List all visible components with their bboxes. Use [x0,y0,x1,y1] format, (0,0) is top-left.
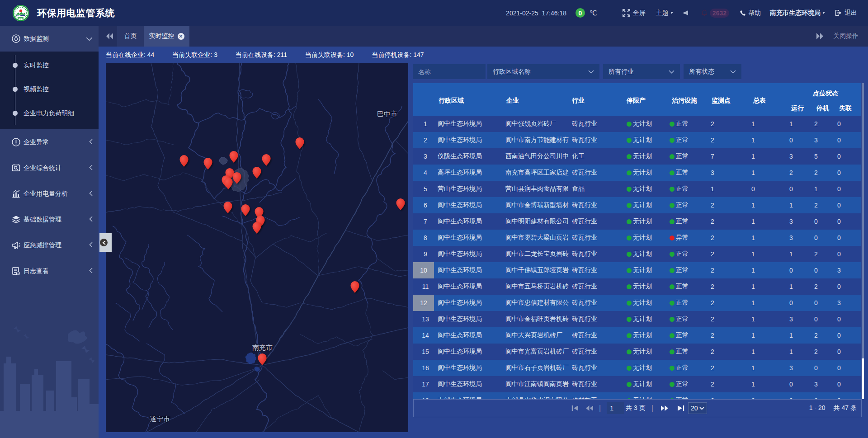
table-row[interactable]: 18南部生态环境局南部县砌华水泥有限公砖材加工无计划正常62060 [413,392,861,399]
sidebar-subitem-0-2[interactable]: 企业电力负荷明细 [0,101,99,125]
stat-item-1: 当前失联企业: 3 [172,47,217,63]
table-row[interactable]: 3仪陇生态环境局西南油气田分公司川中化工无计划正常71350 [413,148,861,165]
map-panel[interactable]: 巴中市南充市遂宁市 [106,63,408,432]
sidebar-subitem-0-0[interactable]: 实时监控 [0,53,99,77]
table-row[interactable]: 15阆中生态环境局阆中市光富页岩机砖厂砖瓦行业无计划正常21120 [413,344,861,360]
cell-stop: 0 [814,234,837,241]
sidebar-item-6[interactable]: 日志查看 [0,258,99,284]
cell-points: 7 [711,153,751,160]
table-row[interactable]: 12阆中生态环境局阆中市忠信建材有限公砖瓦行业无计划正常21003 [413,295,861,311]
industry-select-value: 所有行业 [609,68,634,76]
tab-home[interactable]: 首页 [117,26,144,47]
table-row[interactable]: 5营山生态环境局营山县润丰肉食品有限食品无计划正常10010 [413,181,861,197]
col-plan: 停限产 [627,96,646,105]
cell-meters: 1 [751,267,789,274]
tabs-scroll-left-button[interactable] [106,26,113,47]
region-select[interactable]: 行政区域名称 [487,64,599,79]
fast-forward-icon[interactable] [816,33,824,40]
table-row[interactable]: 9阆中生态环境局阆中市二龙长宝页岩砖砖瓦行业无计划正常21120 [413,246,861,262]
row-index: 10 [413,262,434,278]
tab-realtime-monitor[interactable]: 实时监控 ✕ [144,26,189,47]
map-city-label: 巴中市 [377,110,397,118]
cell-run: 3 [789,364,814,372]
logout-button[interactable]: 退出 [835,9,857,17]
table-scrollbar[interactable] [862,83,864,399]
sidebar-item-3[interactable]: 企业用电量分析 [0,181,99,207]
table-row[interactable]: 14阆中生态环境局阆中大兴页岩机砖厂砖瓦行业无计划正常21120 [413,327,861,344]
mute-button[interactable] [684,10,688,16]
cell-industry: 砖瓦行业 [572,283,627,291]
status-dot-green [627,366,632,371]
status-dot-green [627,382,632,387]
table-row[interactable]: 11阆中生态环境局阆中市五马桥页岩机砖砖瓦行业无计划正常21120 [413,278,861,295]
table-row[interactable]: 13阆中生态环境局阆中市金福旺页岩机砖砖瓦行业无计划正常21300 [413,311,861,327]
cell-industry: 砖瓦行业 [572,380,627,388]
next-page-button[interactable] [660,405,669,411]
fullscreen-button[interactable]: 全屏 [623,9,646,17]
sidebar-item-2[interactable]: 企业综合统计 [0,155,99,181]
table-row[interactable]: 17阆中生态环境局阆中市江南镇阆南页岩砖瓦行业无计划正常21030 [413,376,861,392]
table-row[interactable]: 2阆中生态环境局阆中市南方节能建材有砖瓦行业无计划正常21030 [413,132,861,148]
cell-facility: 正常 [670,169,711,177]
table-row[interactable]: 4高坪生态环境局南充市高坪区王家店建砖瓦行业无计划正常31220 [413,165,861,181]
status-dot-green [670,382,675,387]
table-row[interactable]: 1阆中生态环境局阆中强锐页岩砖厂砖瓦行业无计划正常21120 [413,116,861,132]
close-operations-button[interactable]: 关闭操作 [833,32,859,40]
cell-industry: 砖瓦行业 [572,120,627,128]
table-row[interactable]: 10阆中生态环境局阆中千佛镇五郎垭页岩砖瓦行业无计划正常21003 [413,262,861,278]
prev-page-button[interactable] [585,405,594,411]
col-run: 运行 [791,104,804,113]
sidebar-item-0[interactable]: 数据监测 [0,26,99,52]
status-dot-green [627,235,632,240]
cell-plan: 无计划 [627,250,670,258]
first-page-button[interactable] [571,405,579,411]
industry-select[interactable]: 所有行业 [603,64,680,79]
page-number-input[interactable] [607,402,624,414]
sidebar-item-4[interactable]: 基础数据管理 [0,207,99,232]
scrollbar-thumb[interactable] [862,358,864,399]
cell-industry: 砖瓦行业 [572,234,627,242]
cell-industry: 砖瓦行业 [572,266,627,274]
cell-meters: 1 [751,316,789,323]
last-page-button[interactable] [677,405,685,411]
cell-run: 0 [789,299,814,306]
map-canvas[interactable]: 巴中市南充市遂宁市 [106,63,408,432]
row-index: 15 [413,348,438,355]
cell-region: 阆中生态环境局 [438,217,505,226]
cell-industry: 砖瓦行业 [572,201,627,209]
page-range-label: 1 - 20 [809,404,826,411]
cell-stop: 0 [814,218,837,225]
cell-points: 2 [711,202,751,209]
name-search-input[interactable] [413,64,486,79]
cell-run: 1 [789,348,814,355]
cell-lost: 0 [837,316,861,323]
cell-region: 仪陇生态环境局 [438,152,505,160]
cell-plan: 无计划 [627,136,670,144]
rewind-icon [106,33,113,40]
org-dropdown[interactable]: 南充市生态环境局 [770,9,825,17]
status-select[interactable]: 所有状态 [684,64,741,79]
cell-plan: 无计划 [627,283,670,291]
table-row[interactable]: 7阆中生态环境局阆中明阳建材有限公司砖瓦行业无计划正常21300 [413,213,861,230]
cell-stop: 0 [814,316,837,323]
map-collapse-button[interactable] [99,233,112,252]
status-dot-green [670,349,675,354]
tab-close-icon[interactable]: ✕ [178,33,184,40]
page-size-select[interactable]: 20 [688,402,707,414]
status-dot-green [627,317,632,322]
theme-dropdown[interactable]: 主题 [656,9,673,17]
col-region: 行政区域 [439,96,464,105]
sidebar-item-1[interactable]: 企业异常 [0,129,99,155]
help-button[interactable]: 帮助 [740,9,761,17]
notification-bell[interactable]: 2632 [702,9,729,18]
sidebar-item-5[interactable]: 应急减排管理 [0,232,99,258]
sidebar-subitem-0-1[interactable]: 视频监控 [0,77,99,101]
gauge-icon [12,34,20,43]
cell-plan: 无计划 [627,315,670,323]
stat-item-0: 当前在线企业: 44 [106,47,154,63]
cell-plan: 无计划 [627,348,670,356]
table-row[interactable]: 16阆中生态环境局阆中市石子页岩机砖厂砖瓦行业无计划正常21300 [413,360,861,376]
cell-lost: 0 [837,332,861,339]
table-row[interactable]: 6阆中生态环境局阆中市金博瑞新型墙材砖瓦行业无计划正常21120 [413,197,861,213]
table-row[interactable]: 8阆中生态环境局阆中市枣碧大梁山页岩砖瓦行业无计划异常21300 [413,230,861,246]
